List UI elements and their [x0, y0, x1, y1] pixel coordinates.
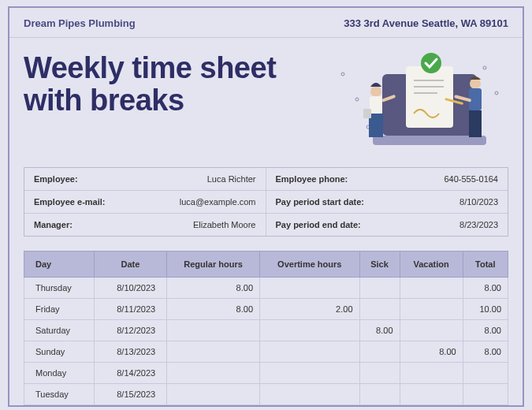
- cell-date: 8/13/2023: [94, 341, 167, 363]
- svg-point-1: [355, 98, 359, 101]
- cell-sick: [359, 384, 400, 405]
- svg-point-12: [370, 86, 381, 97]
- info-label: Pay period end date:: [276, 220, 361, 229]
- cell-day: Monday: [24, 363, 95, 384]
- table-row: Monday8/14/2023: [24, 363, 508, 384]
- svg-rect-19: [469, 110, 482, 137]
- time-table: Day Date Regular hours Overtime hours Si…: [24, 251, 508, 405]
- info-grid: Employee: Luca Richter Employee phone: 6…: [24, 167, 508, 237]
- info-label: Employee:: [34, 174, 78, 184]
- timesheet-document: Dream Pipes Plumbing 333 3rd Avenue Seat…: [8, 6, 524, 407]
- col-regular: Regular hours: [167, 252, 260, 278]
- svg-point-17: [470, 78, 481, 89]
- info-label: Pay period start date:: [276, 197, 364, 207]
- cell-sick: [359, 278, 400, 299]
- cell-day: Tuesday: [24, 384, 95, 405]
- cell-regular: [167, 384, 260, 405]
- info-value: Luca Richter: [207, 174, 256, 184]
- svg-point-0: [341, 73, 344, 76]
- col-date: Date: [94, 252, 167, 278]
- cell-overtime: [260, 278, 360, 299]
- cell-vacation: [400, 384, 463, 405]
- title-line-1: Weekly time sheet: [24, 51, 276, 84]
- info-manager: Manager: Elizabeth Moore: [24, 214, 266, 236]
- cell-overtime: [260, 320, 360, 341]
- cell-vacation: 8.00: [400, 341, 463, 363]
- cell-sick: [359, 341, 400, 363]
- title-line-2: with breaks: [24, 84, 184, 117]
- cell-day: Saturday: [24, 320, 95, 341]
- table-header-row: Day Date Regular hours Overtime hours Si…: [24, 252, 508, 278]
- info-label: Employee phone:: [276, 174, 348, 184]
- info-label: Manager:: [34, 220, 73, 229]
- svg-rect-16: [363, 109, 371, 118]
- table-row: Sunday8/13/20238.008.00: [24, 341, 508, 363]
- svg-rect-13: [370, 96, 382, 114]
- cell-overtime: [260, 384, 360, 405]
- cell-overtime: [260, 363, 360, 384]
- title-row: Weekly time sheet with breaks: [9, 38, 523, 167]
- page-title: Weekly time sheet with breaks: [24, 52, 319, 117]
- cell-sick: 8.00: [359, 320, 400, 341]
- col-day: Day: [24, 252, 95, 278]
- cell-regular: 8.00: [167, 278, 260, 299]
- cell-regular: 8.00: [167, 299, 260, 320]
- cell-total: 8.00: [463, 341, 508, 363]
- cell-total: 8.00: [463, 320, 508, 341]
- svg-point-3: [483, 66, 486, 69]
- cell-date: 8/11/2023: [94, 299, 167, 320]
- cell-vacation: [400, 299, 463, 320]
- cell-total: 8.00: [463, 278, 508, 299]
- cell-regular: [167, 320, 260, 341]
- info-value: 8/10/2023: [459, 197, 498, 207]
- cell-vacation: [400, 320, 463, 341]
- cell-sick: [359, 299, 400, 320]
- col-total: Total: [463, 252, 508, 278]
- cell-sick: [359, 363, 400, 384]
- info-employee: Employee: Luca Richter: [24, 168, 266, 191]
- cell-overtime: 2.00: [260, 299, 360, 320]
- document-header: Dream Pipes Plumbing 333 3rd Avenue Seat…: [9, 8, 523, 38]
- info-phone: Employee phone: 640-555-0164: [266, 168, 508, 191]
- cell-day: Friday: [24, 299, 95, 320]
- svg-point-11: [421, 53, 441, 73]
- company-address: 333 3rd Avenue Seattle, WA 89101: [344, 17, 508, 29]
- cell-vacation: [400, 278, 463, 299]
- table-row: Tuesday8/15/2023: [24, 384, 508, 405]
- col-vacation: Vacation: [400, 252, 463, 278]
- info-value: 640-555-0164: [444, 174, 498, 184]
- cell-date: 8/15/2023: [94, 384, 167, 405]
- company-name: Dream Pipes Plumbing: [24, 17, 136, 29]
- info-value: Elizabeth Moore: [193, 220, 256, 229]
- cell-total: 10.00: [463, 299, 508, 320]
- table-row: Saturday8/12/20238.008.00: [24, 320, 508, 341]
- info-label: Employee e-mail:: [34, 197, 105, 207]
- col-sick: Sick: [359, 252, 400, 278]
- cell-regular: [167, 341, 260, 363]
- info-email: Employee e-mail: luca@example.com: [24, 191, 266, 214]
- svg-point-4: [495, 91, 498, 95]
- info-period-start: Pay period start date: 8/10/2023: [266, 191, 508, 214]
- cell-date: 8/14/2023: [94, 363, 167, 384]
- cell-day: Sunday: [24, 341, 95, 363]
- table-row: Friday8/11/20238.002.0010.00: [24, 299, 508, 320]
- table-row: Thursday8/10/20238.008.00: [24, 278, 508, 299]
- illustration: [319, 52, 508, 155]
- cell-regular: [167, 363, 260, 384]
- cell-day: Thursday: [24, 278, 95, 299]
- info-period-end: Pay period end date: 8/23/2023: [266, 214, 508, 236]
- col-overtime: Overtime hours: [260, 252, 360, 278]
- cell-date: 8/10/2023: [94, 278, 167, 299]
- cell-total: [463, 384, 508, 405]
- cell-date: 8/12/2023: [94, 320, 167, 341]
- info-value: luca@example.com: [180, 197, 256, 207]
- cell-overtime: [260, 341, 360, 363]
- cell-total: [463, 363, 508, 384]
- svg-rect-7: [406, 66, 453, 128]
- info-value: 8/23/2023: [459, 220, 498, 229]
- cell-vacation: [400, 363, 463, 384]
